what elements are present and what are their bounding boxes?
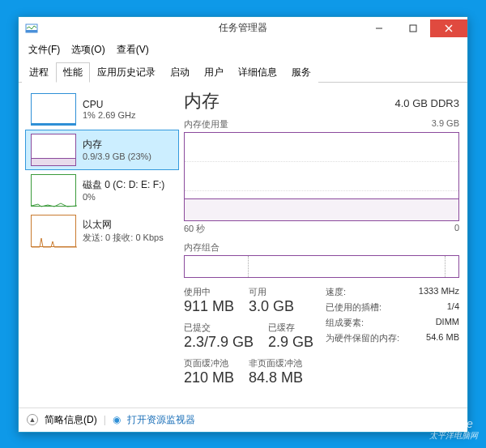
task-manager-window: 任务管理器 文件(F) 选项(O) 查看(V) 进程 性能 应用历史记录 启动 … <box>18 16 468 433</box>
cpu-thumbnail <box>31 93 76 126</box>
prop-key: 为硬件保留的内存: <box>326 332 399 344</box>
sidebar-label: 磁盘 0 (C: D: E: F:) <box>83 178 164 192</box>
tab-performance[interactable]: 性能 <box>56 62 90 83</box>
sidebar-value: 1% 2.69 GHz <box>83 110 135 120</box>
memory-panel: 内存 4.0 GB DDR3 内存使用量 3.9 GB 60 秒 0 内存组合 <box>184 89 459 404</box>
sidebar-item-memory[interactable]: 内存 0.9/3.9 GB (23%) <box>25 130 179 170</box>
time-axis-left: 60 秒 <box>184 223 205 235</box>
prop-key: 已使用的插槽: <box>326 301 382 314</box>
tab-services[interactable]: 服务 <box>284 62 318 83</box>
menu-view[interactable]: 查看(V) <box>112 41 154 58</box>
close-button[interactable] <box>430 19 467 37</box>
svg-rect-3 <box>410 25 416 32</box>
usage-label: 内存使用量 <box>184 118 228 130</box>
panel-subtitle: 4.0 GB DDR3 <box>395 97 459 109</box>
usage-max: 3.9 GB <box>432 118 459 130</box>
window-controls <box>362 19 467 37</box>
sidebar-item-ethernet[interactable]: 以太网 发送: 0 接收: 0 Kbps <box>25 211 179 251</box>
stat-value: 2.3/7.9 GB <box>184 334 254 351</box>
sidebar-label: CPU <box>83 99 135 110</box>
tabs: 进程 性能 应用历史记录 启动 用户 详细信息 服务 <box>19 62 467 83</box>
open-resource-monitor-link[interactable]: 打开资源监视器 <box>127 413 195 427</box>
ethernet-thumbnail <box>31 215 76 247</box>
tab-app-history[interactable]: 应用历史记录 <box>90 62 163 83</box>
stat-value: 84.8 MB <box>249 369 303 386</box>
composition-label: 内存组合 <box>184 241 220 254</box>
footer: ▲ 简略信息(D) | ◉ 打开资源监视器 <box>19 407 467 432</box>
stat-value: 210 MB <box>184 369 234 386</box>
memory-stats: 使用中911 MB 可用3.0 GB 已提交2.3/7.9 GB 已缓存2.9 … <box>184 286 459 393</box>
stat-value: 3.0 GB <box>249 298 294 315</box>
time-axis-right: 0 <box>454 223 459 235</box>
sidebar-label: 以太网 <box>83 218 164 232</box>
content-area: CPU 1% 2.69 GHz 内存 0.9/3.9 GB (23%) 磁盘 0… <box>19 83 467 407</box>
stat-label: 可用 <box>249 286 294 298</box>
panel-title: 内存 <box>184 89 220 113</box>
prop-val: 1333 MHz <box>419 286 459 298</box>
stat-label: 使用中 <box>184 286 234 298</box>
disk-thumbnail <box>31 174 76 207</box>
memory-thumbnail <box>31 134 76 166</box>
menu-file[interactable]: 文件(F) <box>23 41 65 58</box>
stat-label: 已提交 <box>184 322 254 334</box>
sidebar-item-disk[interactable]: 磁盘 0 (C: D: E: F:) 0% <box>25 170 179 211</box>
maximize-button[interactable] <box>396 19 430 37</box>
prop-val: 54.6 MB <box>426 332 459 344</box>
chevron-up-icon[interactable]: ▲ <box>27 414 38 425</box>
titlebar: 任务管理器 <box>19 17 467 40</box>
prop-val: DIMM <box>436 317 459 329</box>
tab-users[interactable]: 用户 <box>197 62 231 83</box>
prop-key: 组成要素: <box>326 317 364 329</box>
memory-usage-graph <box>184 132 459 221</box>
svg-rect-1 <box>26 30 37 32</box>
fewer-details-link[interactable]: 简略信息(D) <box>45 413 97 427</box>
stat-label: 已缓存 <box>268 322 313 334</box>
minimize-button[interactable] <box>362 19 396 37</box>
stat-value: 2.9 GB <box>268 334 313 351</box>
memory-composition-graph <box>184 255 459 278</box>
menu-options[interactable]: 选项(O) <box>66 41 109 58</box>
sidebar-value: 0.9/3.9 GB (23%) <box>83 151 151 161</box>
sidebar-value: 发送: 0 接收: 0 Kbps <box>83 232 164 244</box>
sidebar-value: 0% <box>83 192 164 202</box>
menubar: 文件(F) 选项(O) 查看(V) <box>19 40 467 60</box>
prop-key: 速度: <box>326 286 346 298</box>
stat-label: 非页面缓冲池 <box>249 357 303 369</box>
app-icon <box>25 22 38 35</box>
performance-sidebar: CPU 1% 2.69 GHz 内存 0.9/3.9 GB (23%) 磁盘 0… <box>25 89 179 404</box>
prop-val: 1/4 <box>447 301 459 314</box>
stat-label: 页面缓冲池 <box>184 357 234 369</box>
resmon-icon: ◉ <box>113 414 121 425</box>
stat-value: 911 MB <box>184 298 234 315</box>
tab-startup[interactable]: 启动 <box>163 62 197 83</box>
sidebar-label: 内存 <box>83 138 151 151</box>
tab-details[interactable]: 详细信息 <box>231 62 284 83</box>
tab-processes[interactable]: 进程 <box>22 62 56 83</box>
sidebar-item-cpu[interactable]: CPU 1% 2.69 GHz <box>25 89 179 130</box>
